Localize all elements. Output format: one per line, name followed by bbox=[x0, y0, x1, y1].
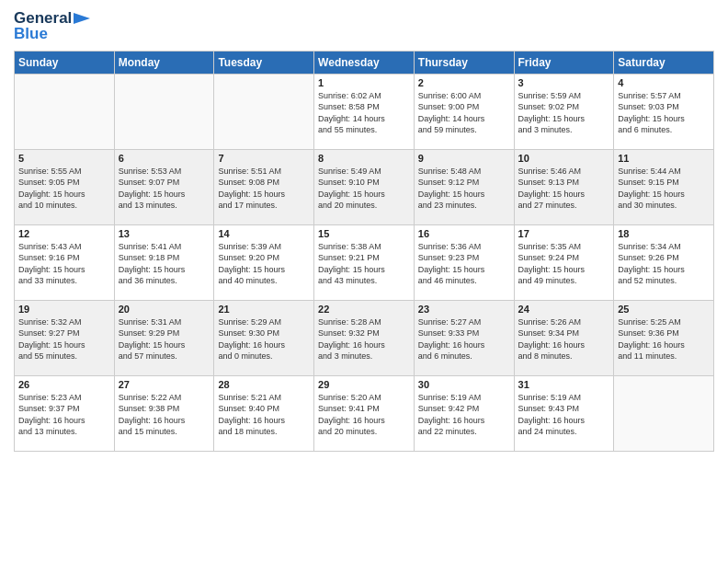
day-info: Sunrise: 5:25 AM Sunset: 9:36 PM Dayligh… bbox=[618, 316, 710, 362]
calendar-cell: 20Sunrise: 5:31 AM Sunset: 9:29 PM Dayli… bbox=[114, 300, 214, 375]
weekday-header: Friday bbox=[514, 51, 614, 74]
day-number: 5 bbox=[18, 153, 110, 164]
day-info: Sunrise: 5:23 AM Sunset: 9:37 PM Dayligh… bbox=[18, 392, 110, 438]
day-info: Sunrise: 5:36 AM Sunset: 9:23 PM Dayligh… bbox=[418, 241, 510, 287]
calendar-cell: 13Sunrise: 5:41 AM Sunset: 9:18 PM Dayli… bbox=[114, 224, 214, 300]
day-number: 2 bbox=[418, 77, 510, 88]
logo-text: General Blue bbox=[14, 9, 90, 43]
day-info: Sunrise: 5:32 AM Sunset: 9:27 PM Dayligh… bbox=[18, 316, 110, 362]
day-info: Sunrise: 5:46 AM Sunset: 9:13 PM Dayligh… bbox=[518, 166, 610, 212]
day-number: 31 bbox=[518, 379, 610, 390]
calendar-cell: 29Sunrise: 5:20 AM Sunset: 9:41 PM Dayli… bbox=[314, 375, 415, 451]
calendar-cell: 18Sunrise: 5:34 AM Sunset: 9:26 PM Dayli… bbox=[614, 224, 714, 300]
calendar-cell: 11Sunrise: 5:44 AM Sunset: 9:15 PM Dayli… bbox=[614, 149, 714, 224]
day-number: 4 bbox=[618, 77, 710, 88]
calendar-cell: 21Sunrise: 5:29 AM Sunset: 9:30 PM Dayli… bbox=[214, 300, 314, 375]
calendar-cell: 28Sunrise: 5:21 AM Sunset: 9:40 PM Dayli… bbox=[214, 375, 314, 451]
day-info: Sunrise: 5:34 AM Sunset: 9:26 PM Dayligh… bbox=[618, 241, 710, 287]
calendar-body: 1Sunrise: 6:02 AM Sunset: 8:58 PM Daylig… bbox=[15, 74, 714, 451]
weekday-header: Wednesday bbox=[314, 51, 415, 74]
day-info: Sunrise: 5:44 AM Sunset: 9:15 PM Dayligh… bbox=[618, 166, 710, 212]
day-number: 26 bbox=[18, 379, 110, 390]
calendar-cell: 30Sunrise: 5:19 AM Sunset: 9:42 PM Dayli… bbox=[414, 375, 514, 451]
day-number: 30 bbox=[418, 379, 510, 390]
day-info: Sunrise: 5:53 AM Sunset: 9:07 PM Dayligh… bbox=[119, 166, 210, 212]
day-number: 23 bbox=[418, 304, 510, 315]
calendar-week-row: 1Sunrise: 6:02 AM Sunset: 8:58 PM Daylig… bbox=[15, 74, 714, 149]
day-info: Sunrise: 5:31 AM Sunset: 9:29 PM Dayligh… bbox=[119, 316, 210, 362]
calendar-week-row: 5Sunrise: 5:55 AM Sunset: 9:05 PM Daylig… bbox=[15, 149, 714, 224]
logo-bird-icon bbox=[74, 9, 90, 28]
header: General Blue bbox=[14, 9, 714, 43]
day-info: Sunrise: 5:28 AM Sunset: 9:32 PM Dayligh… bbox=[318, 316, 410, 362]
calendar-cell: 17Sunrise: 5:35 AM Sunset: 9:24 PM Dayli… bbox=[514, 224, 614, 300]
logo: General Blue bbox=[14, 9, 90, 43]
day-info: Sunrise: 5:51 AM Sunset: 9:08 PM Dayligh… bbox=[218, 166, 310, 212]
day-number: 24 bbox=[518, 304, 610, 315]
day-info: Sunrise: 5:49 AM Sunset: 9:10 PM Dayligh… bbox=[318, 166, 410, 212]
calendar-cell: 8Sunrise: 5:49 AM Sunset: 9:10 PM Daylig… bbox=[314, 149, 415, 224]
day-info: Sunrise: 5:39 AM Sunset: 9:20 PM Dayligh… bbox=[218, 241, 310, 287]
calendar-cell: 22Sunrise: 5:28 AM Sunset: 9:32 PM Dayli… bbox=[314, 300, 415, 375]
weekday-header: Sunday bbox=[15, 51, 115, 74]
calendar-cell bbox=[614, 375, 714, 451]
day-info: Sunrise: 5:20 AM Sunset: 9:41 PM Dayligh… bbox=[318, 392, 410, 438]
calendar-cell: 23Sunrise: 5:27 AM Sunset: 9:33 PM Dayli… bbox=[414, 300, 514, 375]
calendar-cell: 24Sunrise: 5:26 AM Sunset: 9:34 PM Dayli… bbox=[514, 300, 614, 375]
calendar-cell: 4Sunrise: 5:57 AM Sunset: 9:03 PM Daylig… bbox=[614, 74, 714, 149]
day-number: 3 bbox=[518, 77, 610, 88]
day-info: Sunrise: 5:22 AM Sunset: 9:38 PM Dayligh… bbox=[119, 392, 210, 438]
day-info: Sunrise: 5:57 AM Sunset: 9:03 PM Dayligh… bbox=[618, 90, 710, 136]
day-number: 7 bbox=[218, 153, 310, 164]
weekday-header: Tuesday bbox=[214, 51, 314, 74]
day-info: Sunrise: 6:02 AM Sunset: 8:58 PM Dayligh… bbox=[318, 90, 410, 136]
day-number: 18 bbox=[618, 228, 710, 239]
calendar-cell bbox=[214, 74, 314, 149]
calendar-cell: 7Sunrise: 5:51 AM Sunset: 9:08 PM Daylig… bbox=[214, 149, 314, 224]
day-number: 27 bbox=[119, 379, 210, 390]
day-number: 21 bbox=[218, 304, 310, 315]
weekday-header: Thursday bbox=[414, 51, 514, 74]
day-info: Sunrise: 6:00 AM Sunset: 9:00 PM Dayligh… bbox=[418, 90, 510, 136]
calendar-cell bbox=[114, 74, 214, 149]
day-info: Sunrise: 5:35 AM Sunset: 9:24 PM Dayligh… bbox=[518, 241, 610, 287]
day-number: 15 bbox=[318, 228, 410, 239]
day-number: 14 bbox=[218, 228, 310, 239]
day-number: 16 bbox=[418, 228, 510, 239]
calendar-cell: 6Sunrise: 5:53 AM Sunset: 9:07 PM Daylig… bbox=[114, 149, 214, 224]
day-number: 13 bbox=[119, 228, 210, 239]
day-info: Sunrise: 5:55 AM Sunset: 9:05 PM Dayligh… bbox=[18, 166, 110, 212]
calendar-cell: 5Sunrise: 5:55 AM Sunset: 9:05 PM Daylig… bbox=[15, 149, 115, 224]
day-number: 10 bbox=[518, 153, 610, 164]
day-info: Sunrise: 5:59 AM Sunset: 9:02 PM Dayligh… bbox=[518, 90, 610, 136]
day-info: Sunrise: 5:48 AM Sunset: 9:12 PM Dayligh… bbox=[418, 166, 510, 212]
calendar-cell: 16Sunrise: 5:36 AM Sunset: 9:23 PM Dayli… bbox=[414, 224, 514, 300]
day-info: Sunrise: 5:38 AM Sunset: 9:21 PM Dayligh… bbox=[318, 241, 410, 287]
day-info: Sunrise: 5:29 AM Sunset: 9:30 PM Dayligh… bbox=[218, 316, 310, 362]
day-number: 8 bbox=[318, 153, 410, 164]
calendar-cell bbox=[15, 74, 115, 149]
day-number: 20 bbox=[119, 304, 210, 315]
day-info: Sunrise: 5:43 AM Sunset: 9:16 PM Dayligh… bbox=[18, 241, 110, 287]
weekday-header: Monday bbox=[114, 51, 214, 74]
day-number: 25 bbox=[618, 304, 710, 315]
calendar-cell: 2Sunrise: 6:00 AM Sunset: 9:00 PM Daylig… bbox=[414, 74, 514, 149]
calendar-header: SundayMondayTuesdayWednesdayThursdayFrid… bbox=[15, 51, 714, 74]
calendar-week-row: 26Sunrise: 5:23 AM Sunset: 9:37 PM Dayli… bbox=[15, 375, 714, 451]
weekday-header: Saturday bbox=[614, 51, 714, 74]
weekday-row: SundayMondayTuesdayWednesdayThursdayFrid… bbox=[15, 51, 714, 74]
day-number: 12 bbox=[18, 228, 110, 239]
day-number: 1 bbox=[318, 77, 410, 88]
day-number: 9 bbox=[418, 153, 510, 164]
calendar-week-row: 12Sunrise: 5:43 AM Sunset: 9:16 PM Dayli… bbox=[15, 224, 714, 300]
calendar-cell: 3Sunrise: 5:59 AM Sunset: 9:02 PM Daylig… bbox=[514, 74, 614, 149]
calendar-cell: 9Sunrise: 5:48 AM Sunset: 9:12 PM Daylig… bbox=[414, 149, 514, 224]
day-info: Sunrise: 5:27 AM Sunset: 9:33 PM Dayligh… bbox=[418, 316, 510, 362]
calendar-cell: 1Sunrise: 6:02 AM Sunset: 8:58 PM Daylig… bbox=[314, 74, 415, 149]
day-number: 29 bbox=[318, 379, 410, 390]
day-info: Sunrise: 5:19 AM Sunset: 9:42 PM Dayligh… bbox=[418, 392, 510, 438]
calendar-cell: 15Sunrise: 5:38 AM Sunset: 9:21 PM Dayli… bbox=[314, 224, 415, 300]
day-number: 22 bbox=[318, 304, 410, 315]
day-info: Sunrise: 5:26 AM Sunset: 9:34 PM Dayligh… bbox=[518, 316, 610, 362]
calendar-cell: 27Sunrise: 5:22 AM Sunset: 9:38 PM Dayli… bbox=[114, 375, 214, 451]
